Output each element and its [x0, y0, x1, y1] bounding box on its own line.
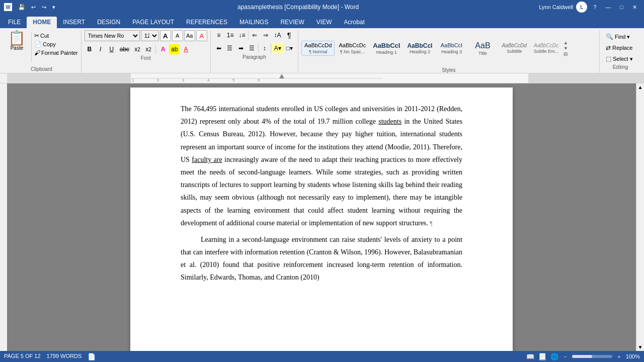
decrease-font-btn[interactable]: A	[172, 30, 183, 41]
center-btn[interactable]: ☰	[225, 43, 235, 53]
zoom-in-btn[interactable]: ＋	[616, 353, 622, 360]
svg-marker-7	[279, 74, 284, 78]
borders-btn[interactable]: □▾	[284, 43, 295, 53]
styles-scroll-up[interactable]: ▲	[564, 40, 568, 45]
undo-quickaccess-btn[interactable]: ↩	[29, 3, 38, 12]
copy-btn[interactable]: 📄 Copy	[34, 41, 78, 48]
show-marks-btn[interactable]: ¶	[284, 30, 294, 40]
line-spacing-btn[interactable]: ↕	[260, 43, 270, 53]
tab-references[interactable]: REFERENCES	[180, 17, 233, 28]
replace-btn[interactable]: ⇄ Replace	[603, 43, 638, 52]
ribbon: 📋 Paste ✂ Cut 📄 Copy 🖌 Format Painter	[0, 28, 644, 73]
paste-btn[interactable]: 📋 Paste	[5, 30, 29, 65]
title-bar: W 💾 ↩ ↪ ▾ apasamplethesis [Compatibility…	[0, 0, 644, 14]
style-title-label: Title	[478, 51, 487, 56]
close-btn[interactable]: ✕	[629, 3, 640, 12]
ruler-main[interactable]: 1 2 3 4 5 6	[131, 73, 528, 83]
font-size-select[interactable]: 12	[141, 30, 159, 41]
subscript-btn[interactable]: x2	[132, 44, 142, 54]
sort-btn[interactable]: ↕A	[272, 30, 283, 40]
layout-icon: 📄	[88, 353, 96, 360]
style-title-preview: AaB	[475, 41, 490, 50]
increase-font-btn[interactable]: A	[160, 30, 171, 41]
style-nospace-preview: AaBbCcDc	[339, 42, 366, 49]
zoom-slider[interactable]	[572, 355, 612, 358]
style-normal-label: ¶ Normal	[309, 49, 327, 54]
style-title[interactable]: AaB Title	[467, 39, 498, 57]
highlight-btn[interactable]: ab	[169, 44, 180, 54]
increase-indent-btn[interactable]: ⇒	[261, 30, 271, 40]
tab-mailings[interactable]: MAILINGS	[233, 17, 274, 28]
style-heading2[interactable]: AaBbCcI Heading 2	[404, 41, 435, 56]
tab-acrobat[interactable]: Acrobat	[338, 17, 370, 28]
ruler-right-margin	[528, 73, 644, 83]
paste-icon: 📋	[8, 31, 26, 45]
style-normal[interactable]: AaBbCcDd ¶ Normal	[301, 41, 335, 55]
view-web-btn[interactable]: 🌐	[550, 353, 558, 360]
minimize-btn[interactable]: —	[602, 3, 614, 11]
maximize-btn[interactable]: □	[617, 3, 626, 11]
justify-btn[interactable]: ☰	[247, 43, 257, 53]
tab-insert[interactable]: INSERT	[57, 17, 91, 28]
styles-scroll-btns: ▲ ▼ ▤	[562, 39, 569, 57]
style-subtleemphasis-label: Subtle Em...	[534, 49, 558, 54]
shading-btn[interactable]: A▾	[272, 43, 283, 53]
divider-font	[155, 45, 156, 54]
style-subtitle[interactable]: AaBbCcDd Subtitle	[499, 41, 529, 55]
text-effects-btn[interactable]: A	[158, 44, 168, 54]
style-subtleemphasis[interactable]: AaBbCcDc Subtle Em...	[531, 41, 561, 55]
document-page[interactable]: The 764,495 international students enrol…	[130, 87, 513, 351]
style-heading2-label: Heading 2	[410, 49, 430, 54]
strikethrough-btn[interactable]: abc	[118, 44, 131, 54]
clear-formatting-btn[interactable]: A	[196, 30, 207, 41]
page-info: PAGE 5 OF 12	[4, 353, 41, 360]
align-right-btn[interactable]: ➡	[236, 43, 246, 53]
window-title: apasamplethesis [Compatibility Mode] - W…	[237, 4, 359, 11]
select-btn[interactable]: ⬚ Select ▾	[603, 54, 638, 63]
superscript-btn[interactable]: x2	[143, 44, 153, 54]
tab-review[interactable]: REVIEW	[274, 17, 310, 28]
bold-btn[interactable]: B	[85, 44, 95, 54]
tab-view[interactable]: VIEW	[310, 17, 338, 28]
style-heading3[interactable]: AaBbCcI Heading 3	[436, 41, 466, 55]
style-heading1[interactable]: AaBbCcI Heading 1	[370, 40, 403, 56]
redo-quickaccess-btn[interactable]: ↪	[40, 3, 48, 12]
right-scrollbar[interactable]: ▲ ▼	[636, 83, 644, 351]
format-painter-btn[interactable]: 🖌 Format Painter	[34, 49, 78, 56]
tab-pagelayout[interactable]: PAGE LAYOUT	[126, 17, 180, 28]
view-print-btn[interactable]: 📃	[538, 353, 546, 360]
help-btn[interactable]: ?	[590, 3, 599, 11]
scroll-up-btn[interactable]: ▲	[638, 84, 643, 90]
decrease-indent-btn[interactable]: ⇐	[250, 30, 260, 40]
cut-label: Cut	[40, 33, 49, 39]
underline-btn[interactable]: U	[107, 44, 117, 54]
styles-scroll-down[interactable]: ▼	[564, 46, 568, 51]
zoom-out-btn[interactable]: －	[562, 353, 568, 360]
change-case-btn[interactable]: Aa	[184, 30, 195, 41]
tab-design[interactable]: DESIGN	[91, 17, 126, 28]
bullets-btn[interactable]: ≡	[214, 30, 224, 40]
tab-file[interactable]: FILE	[2, 17, 27, 28]
view-read-btn[interactable]: 📖	[526, 353, 534, 360]
align-left-btn[interactable]: ⬅	[214, 43, 224, 53]
save-quickaccess-btn[interactable]: 💾	[16, 3, 27, 12]
user-name: Lynn Caldwell	[539, 4, 573, 10]
cut-icon: ✂	[34, 32, 39, 39]
font-color-btn[interactable]: A	[181, 44, 191, 54]
styles-more[interactable]: ▤	[564, 51, 568, 56]
scroll-down-btn[interactable]: ▼	[638, 344, 643, 350]
cut-btn[interactable]: ✂ Cut	[34, 32, 78, 39]
italic-btn[interactable]: I	[96, 44, 106, 54]
title-bar-right: Lynn Caldwell L ? — □ ✕	[539, 2, 640, 13]
style-nospace[interactable]: AaBbCcDc ¶ No Spac...	[336, 41, 369, 55]
numbering-btn[interactable]: 1≡	[225, 30, 236, 40]
find-btn[interactable]: 🔍 Find ▾	[603, 32, 638, 41]
tab-home[interactable]: HOME	[27, 17, 57, 28]
styles-group: AaBbCcDd ¶ Normal AaBbCcDc ¶ No Spac... …	[299, 30, 600, 73]
customize-quickaccess-btn[interactable]: ▾	[50, 3, 57, 12]
font-name-select[interactable]: Times New Ro	[85, 30, 140, 41]
multilevel-btn[interactable]: ↓≡	[236, 30, 247, 40]
font-group: Times New Ro 12 A A Aa A B I U abc x2 x2…	[83, 30, 211, 73]
doc-scroll-area[interactable]: The 764,495 international students enrol…	[7, 83, 636, 351]
zoom-level: 100%	[626, 353, 640, 359]
